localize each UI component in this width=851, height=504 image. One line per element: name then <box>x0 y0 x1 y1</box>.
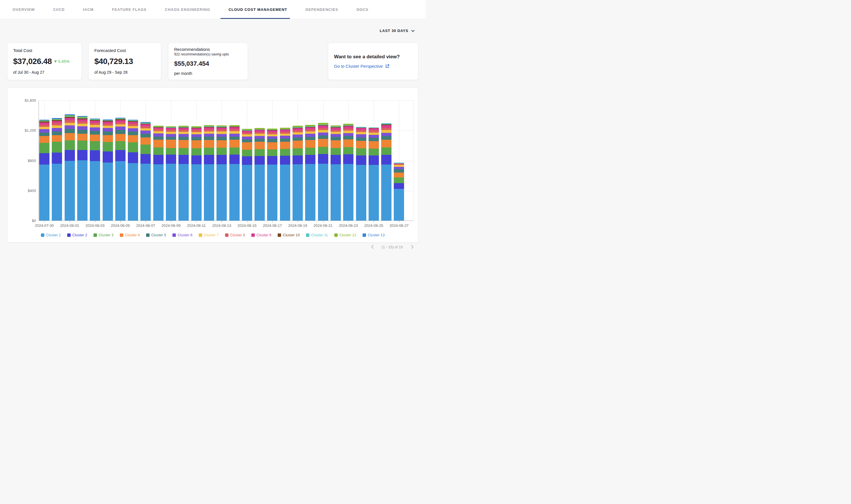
legend-item-cluster-9[interactable]: Cluster 9 <box>251 233 271 237</box>
tab-cloud-cost-management[interactable]: CLOUD COST MANAGEMENT <box>228 0 287 19</box>
bar-segment-cluster-7 <box>369 132 379 135</box>
legend-swatch <box>199 233 202 237</box>
tab-overview[interactable]: OVERVIEW <box>13 0 35 19</box>
bar-2024-08-22[interactable] <box>331 125 341 220</box>
bar-2024-08-17[interactable] <box>267 129 277 220</box>
bar-2024-08-12[interactable] <box>204 125 214 220</box>
bar-segment-cluster-5 <box>77 130 87 134</box>
bar-2024-08-19[interactable] <box>293 126 303 220</box>
legend-swatch <box>278 233 281 237</box>
bar-segment-cluster-9 <box>369 128 379 130</box>
legend-item-cluster-5[interactable]: Cluster 5 <box>146 233 166 237</box>
bar-segment-cluster-6 <box>331 134 341 137</box>
bar-segment-cluster-1 <box>115 161 125 220</box>
bar-segment-cluster-8 <box>103 124 113 126</box>
legend-item-cluster-6[interactable]: Cluster 6 <box>172 233 192 237</box>
bar-2024-08-08[interactable] <box>153 126 163 220</box>
bar-2024-08-23[interactable] <box>343 124 353 220</box>
bar-2024-07-31[interactable] <box>52 118 62 220</box>
tab-docs[interactable]: DOCS <box>357 0 369 19</box>
tab-feature-flags[interactable]: FEATURE FLAGS <box>112 0 146 19</box>
chevron-left-icon <box>371 245 374 249</box>
bar-2024-08-05[interactable] <box>115 118 125 220</box>
bar-segment-cluster-7 <box>343 130 353 133</box>
legend-item-cluster-7[interactable]: Cluster 7 <box>199 233 219 237</box>
bar-2024-08-11[interactable] <box>191 126 202 220</box>
legend-item-cluster-8[interactable]: Cluster 8 <box>225 233 245 237</box>
x-axis-label: 2024-08-07 <box>136 223 155 228</box>
bar-segment-cluster-4 <box>267 142 277 149</box>
bar-2024-08-03[interactable] <box>90 119 100 220</box>
bar-2024-08-21[interactable] <box>318 123 328 220</box>
bar-segment-cluster-5 <box>229 137 240 140</box>
bar-segment-cluster-3 <box>65 140 75 150</box>
bar-2024-08-09[interactable] <box>166 126 176 220</box>
bar-2024-08-14[interactable] <box>229 125 240 220</box>
tab-chaos-engineering[interactable]: CHAOS ENGINEERING <box>165 0 210 19</box>
legend-item-cluster-10[interactable]: Cluster 10 <box>278 233 300 237</box>
v-gridline <box>414 101 414 221</box>
bar-2024-07-30[interactable] <box>39 120 50 220</box>
bar-2024-08-13[interactable] <box>216 125 227 220</box>
tab-dependencies[interactable]: DEPENDENCIES <box>306 0 338 19</box>
bar-segment-cluster-2 <box>267 156 277 165</box>
tab-ci-cd[interactable]: CI/CD <box>53 0 65 19</box>
x-axis-tick <box>95 221 95 222</box>
bar-2024-08-26[interactable] <box>381 123 392 220</box>
bar-segment-cluster-7 <box>178 132 189 134</box>
date-range-selector[interactable]: LAST 30 DAYS <box>380 29 415 33</box>
bar-segment-cluster-8 <box>52 123 62 125</box>
bar-segment-cluster-8 <box>153 129 163 131</box>
bar-2024-08-20[interactable] <box>305 125 315 220</box>
bar-2024-08-24[interactable] <box>356 127 366 220</box>
legend-item-cluster-11[interactable]: Cluster 11 <box>306 233 328 237</box>
bar-segment-cluster-8 <box>267 132 277 134</box>
legend-item-cluster-12[interactable]: Cluster 12 <box>334 233 356 237</box>
legend-swatch <box>334 233 338 237</box>
bar-2024-08-18[interactable] <box>280 128 290 220</box>
bar-2024-08-04[interactable] <box>103 120 113 220</box>
bar-segment-cluster-5 <box>52 131 62 135</box>
bar-segment-cluster-2 <box>128 152 138 163</box>
bar-segment-cluster-2 <box>331 155 341 164</box>
bar-2024-08-27[interactable] <box>394 163 404 220</box>
bar-2024-08-06[interactable] <box>128 120 138 220</box>
bar-segment-cluster-7 <box>191 132 202 134</box>
tab-iacm[interactable]: IACM <box>83 0 93 19</box>
bar-segment-cluster-9 <box>229 127 240 129</box>
bar-2024-08-15[interactable] <box>242 129 252 220</box>
legend-item-cluster-1[interactable]: Cluster 1 <box>41 233 61 237</box>
legend-item-cluster-3[interactable]: Cluster 3 <box>93 233 114 237</box>
bar-segment-cluster-8 <box>369 130 379 132</box>
pagination-label: (1 - 15) of 15 <box>382 245 403 249</box>
bar-segment-cluster-8 <box>293 130 303 132</box>
pagination-prev-button[interactable] <box>370 244 374 249</box>
bar-2024-08-25[interactable] <box>369 127 379 220</box>
bar-2024-08-16[interactable] <box>255 128 265 220</box>
bar-2024-08-10[interactable] <box>178 126 189 220</box>
bar-segment-cluster-6 <box>356 134 366 138</box>
legend-label: Cluster 6 <box>178 233 192 237</box>
bar-2024-08-01[interactable] <box>65 114 75 220</box>
x-axis-tick <box>247 221 247 222</box>
legend-label: Cluster 11 <box>311 233 328 237</box>
pagination: (1 - 15) of 15 <box>370 244 414 249</box>
legend-item-cluster-2[interactable]: Cluster 2 <box>67 233 87 237</box>
bar-segment-cluster-6 <box>267 136 277 139</box>
pagination-next-button[interactable] <box>410 244 414 249</box>
legend-item-cluster-13[interactable]: Cluster 13 <box>363 233 385 237</box>
total-cost-card: Total Cost $37,026.48 5.45% of Jul 30 - … <box>7 42 82 80</box>
legend-item-cluster-4[interactable]: Cluster 4 <box>120 233 140 237</box>
bar-2024-08-02[interactable] <box>77 116 87 220</box>
bar-segment-cluster-9 <box>343 126 353 128</box>
bar-segment-cluster-8 <box>166 130 176 132</box>
bar-segment-cluster-7 <box>394 165 404 167</box>
bar-segment-cluster-1 <box>153 164 163 220</box>
bar-segment-cluster-6 <box>178 134 189 137</box>
bar-segment-cluster-9 <box>191 128 202 130</box>
bar-segment-cluster-4 <box>90 134 100 141</box>
forecasted-cost-title: Forecasted Cost <box>94 48 155 53</box>
bar-2024-08-07[interactable] <box>140 122 151 220</box>
cluster-perspective-link[interactable]: Go to Cluster Perspective <box>334 64 412 69</box>
bar-segment-cluster-2 <box>77 150 87 161</box>
